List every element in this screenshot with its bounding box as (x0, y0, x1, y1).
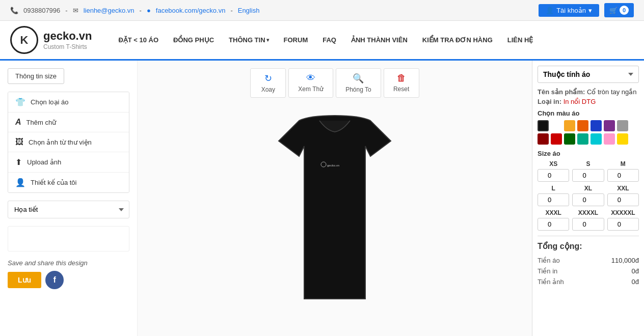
preview-button[interactable]: 👁 Xem Thử (288, 68, 333, 98)
size-item-xs: XS (538, 160, 569, 182)
size-label-xxl: XXL (617, 185, 629, 192)
nav-dong-phuc[interactable]: ĐỒNG PHỤC (167, 32, 220, 48)
size-label-s: S (586, 160, 590, 167)
facebook-f-icon: f (53, 275, 56, 285)
color-swatch-8[interactable] (551, 133, 562, 145)
chevron-down-icon: ▾ (588, 7, 592, 14)
upload-icon: ⬆ (15, 157, 22, 167)
facebook-link[interactable]: facebook.com/gecko.vn (156, 7, 226, 14)
rotate-button[interactable]: ↻ Xoay (250, 68, 286, 98)
phone-icon: 📞 (10, 7, 18, 14)
language-link[interactable]: English (238, 7, 260, 14)
fb-icon: ● (147, 7, 151, 14)
size-label-xs: XS (549, 160, 557, 167)
size-label-xxxl: XXXL (545, 209, 561, 216)
color-swatch-2[interactable] (564, 120, 575, 131)
nav-faq[interactable]: FAQ (316, 32, 342, 48)
total-row-1: Tiền in 0đ (538, 266, 639, 276)
size-input-xl[interactable] (572, 193, 604, 206)
size-label-l: L (551, 185, 555, 192)
image-icon: 🖼 (15, 137, 23, 147)
total-row-2: Tiền ảnh 0đ (538, 276, 639, 287)
pattern-dropdown[interactable]: Họa tiết (8, 201, 129, 218)
zoom-button[interactable]: 🔍 Phóng To (336, 68, 381, 98)
save-button[interactable]: Lưu (8, 272, 41, 288)
size-label-xxxxl: XXXXL (578, 209, 598, 216)
color-swatch-13[interactable] (617, 133, 628, 145)
user-design-icon: 👤 (15, 178, 25, 187)
product-name-label: Tên sản phẩm: (538, 88, 585, 96)
reset-button[interactable]: 🗑 Reset (384, 68, 419, 98)
trash-icon: 🗑 (397, 73, 406, 83)
size-label-xl: XL (584, 185, 592, 192)
menu-item-thiet-ke[interactable]: 👤 Thiết kế của tôi (8, 173, 129, 192)
size-input-xs[interactable] (538, 169, 569, 182)
cart-icon: 🛒 (609, 7, 618, 14)
menu-item-chon-anh[interactable]: 🖼 Chọn ảnh từ thư viện (8, 132, 129, 152)
color-swatch-4[interactable] (591, 120, 602, 131)
save-section: Save and share this design Lưu f (8, 259, 129, 289)
email-link[interactable]: lienhe@gecko.vn (84, 7, 135, 14)
color-swatch-6[interactable] (617, 120, 628, 131)
total-title: Tổng cộng: (538, 241, 639, 251)
size-info-button[interactable]: Thông tin size (8, 68, 64, 84)
main-layout: Thông tin size 👕 Chọn loại áo A Thêm chữ… (0, 61, 644, 336)
account-button[interactable]: 👤 Tài khoản ▾ (539, 4, 599, 17)
size-input-xxxxxl[interactable] (607, 218, 639, 231)
nav-lien-he[interactable]: LIÊN HỆ (501, 32, 540, 48)
size-item-l: L (538, 185, 569, 206)
nav-thong-tin[interactable]: THÔNG TIN (223, 32, 275, 48)
color-swatch-0[interactable] (538, 120, 549, 131)
mail-icon: ✉ (73, 7, 78, 14)
header: K gecko.vn Custom T-Shirts ĐẶT < 10 ÁO Đ… (0, 21, 644, 61)
color-swatch-11[interactable] (591, 133, 602, 145)
size-input-xxxl[interactable] (538, 218, 569, 231)
size-input-xxxxl[interactable] (572, 218, 604, 231)
nav-dat-10-ao[interactable]: ĐẶT < 10 ÁO (112, 32, 165, 48)
save-share-label: Save and share this design (8, 259, 129, 267)
color-swatch-10[interactable] (577, 133, 588, 145)
divider (538, 236, 639, 236)
color-swatch-3[interactable] (577, 120, 588, 131)
product-name-line: Tên sản phẩm: Cổ tròn tay ngắn (538, 88, 639, 96)
logo-circle: K (10, 26, 38, 54)
facebook-share-button[interactable]: f (45, 271, 64, 289)
color-grid (538, 120, 639, 145)
size-item-s: S (572, 160, 604, 182)
topbar-right: 👤 Tài khoản ▾ 🛒 0 (539, 3, 634, 17)
tagline: Custom T-Shirts (43, 43, 92, 50)
size-input-l[interactable] (538, 193, 569, 206)
nav-forum[interactable]: FORUM (278, 32, 314, 48)
topbar-left: 📞 0938807996 - ✉ lienhe@gecko.vn - ● fac… (10, 7, 259, 14)
logo-letter: K (20, 34, 29, 47)
size-input-s[interactable] (572, 169, 604, 182)
nav-kiem-tra[interactable]: KIỂM TRA ĐƠN HÀNG (416, 32, 499, 48)
size-item-xxxxl: XXXXL (572, 209, 604, 231)
total-section: Tổng cộng: Tiền áo 110,000đ Tiền in 0đ T… (538, 241, 639, 287)
left-sidebar: Thông tin size 👕 Chọn loại áo A Thêm chữ… (0, 61, 138, 336)
color-swatch-5[interactable] (604, 120, 615, 131)
save-row: Lưu f (8, 271, 129, 289)
menu-item-them-chu[interactable]: A Thêm chữ (8, 113, 129, 132)
size-input-xxl[interactable] (607, 193, 639, 206)
menu-item-chon-loai-ao[interactable]: 👕 Chọn loại áo (8, 92, 129, 113)
cart-count: 0 (620, 6, 629, 15)
zoom-icon: 🔍 (353, 73, 364, 84)
nav-anh-thanh-vien[interactable]: ẢNH THÀNH VIÊN (345, 32, 414, 48)
print-type-value[interactable]: In nổi DTG (564, 98, 596, 105)
color-swatch-9[interactable] (564, 133, 575, 145)
size-item-xxxxxl: XXXXXL (607, 209, 639, 231)
cart-button[interactable]: 🛒 0 (604, 3, 634, 17)
logo-text: gecko.vn Custom T-Shirts (43, 30, 92, 50)
color-swatch-7[interactable] (538, 133, 549, 145)
product-type-dropdown[interactable]: Thuộc tính áo (538, 66, 639, 83)
size-item-xl: XL (572, 185, 604, 206)
text-icon: A (15, 118, 21, 127)
color-swatch-1[interactable] (551, 120, 562, 131)
total-row-0: Tiền áo 110,000đ (538, 255, 639, 266)
product-name-value: Cổ tròn tay ngắn (587, 88, 637, 96)
menu-item-upload-anh[interactable]: ⬆ Upload ảnh (8, 152, 129, 173)
size-label-xxxxxl: XXXXXL (611, 209, 635, 216)
color-swatch-12[interactable] (604, 133, 615, 145)
size-input-m[interactable] (607, 169, 639, 182)
